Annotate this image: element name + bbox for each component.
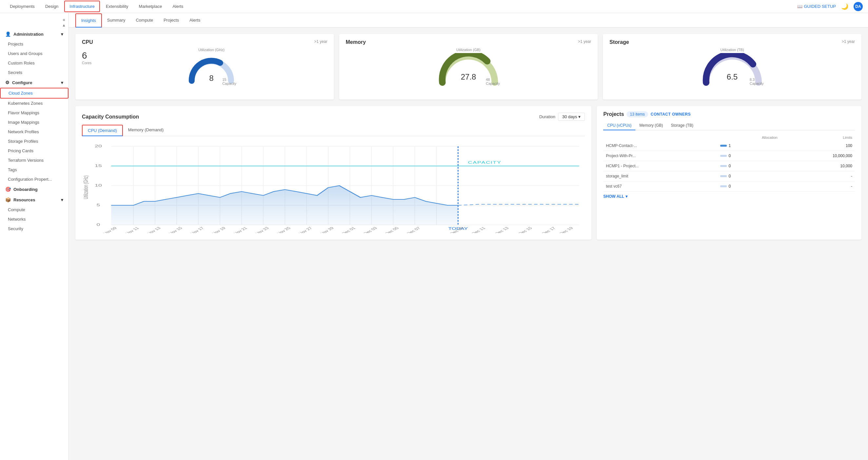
projects-tab-cpu[interactable]: CPU (vCPUs) (603, 121, 636, 130)
sidebar-item-users-and-groups[interactable]: Users and Groups (0, 49, 68, 58)
duration-label: Duration (539, 114, 555, 119)
project-name: storage_limit (606, 174, 628, 178)
table-row: Project-With-Pr... 0 10,000,000 (603, 151, 855, 161)
svg-text:Nov 23: Nov 23 (254, 226, 270, 233)
memory-unit-label: Utilization (GB) (346, 48, 591, 52)
sidebar-section-onboarding[interactable]: 🎯 Onboarding (0, 184, 68, 195)
sidebar-section-resources[interactable]: 📦 Resources ▾ (0, 195, 68, 205)
sidebar-item-projects[interactable]: Projects (0, 39, 68, 49)
svg-text:5: 5 (97, 203, 100, 207)
memory-duration: >1 year (578, 39, 591, 44)
nav-item-design[interactable]: Design (41, 1, 63, 11)
svg-text:Dec 11: Dec 11 (470, 226, 487, 233)
nav-item-alerts[interactable]: Alerts (168, 1, 188, 11)
storage-title: Storage (610, 39, 629, 45)
projects-title: Projects (603, 111, 624, 117)
sidebar-section-administration[interactable]: 👤 Administration ▾ (0, 29, 68, 39)
sidebar-item-flavor-mappings[interactable]: Flavor Mappings (0, 108, 68, 118)
sidebar-item-configuration-properties[interactable]: Configuration Propert... (0, 174, 68, 184)
sidebar-item-networks[interactable]: Networks (0, 215, 68, 224)
sidebar-item-terraform-versions[interactable]: Terraform Versions (0, 156, 68, 165)
storage-duration: >1 year (842, 39, 855, 44)
project-limits: 10,000 (780, 161, 855, 171)
svg-text:Nov 11: Nov 11 (124, 226, 140, 233)
chevron-down-icon-3: ▾ (61, 197, 63, 202)
svg-text:Nov 15: Nov 15 (167, 226, 184, 233)
svg-text:Nov 09: Nov 09 (102, 226, 118, 233)
nav-item-deployments[interactable]: Deployments (5, 1, 39, 11)
chart-area: 20 15 10 5 0 Utilization (GHz) (82, 141, 585, 233)
svg-text:Nov 27: Nov 27 (297, 226, 313, 233)
col-name (603, 134, 717, 141)
memory-current-value: 27.8 (461, 72, 476, 81)
sidebar-section-configure[interactable]: ⚙ Configure ▾ (0, 77, 68, 88)
project-name: HCMP-Contact-... (606, 143, 637, 148)
resources-icon: 📦 (5, 197, 11, 202)
chevron-down-icon: ▾ (61, 32, 63, 37)
project-allocation: 1 (729, 143, 731, 148)
svg-text:Nov 21: Nov 21 (232, 226, 248, 233)
memory-capacity: 48 Capacity (486, 77, 500, 86)
table-row: HCMP-Contact-... 1 100 (603, 141, 855, 151)
project-bar (720, 155, 727, 157)
project-allocation: 0 (729, 174, 731, 178)
cpu-stat-card: CPU >1 year 6 Cores Utilization (GHz) (75, 34, 334, 100)
table-row: test vc67 0 - (603, 182, 855, 192)
content-area: CPU >1 year 6 Cores Utilization (GHz) (69, 28, 868, 246)
sidebar-item-pricing-cards[interactable]: Pricing Cards (0, 146, 68, 156)
show-all-button[interactable]: SHOW ALL ▾ (603, 194, 855, 199)
tab-insights[interactable]: Insights (75, 13, 102, 28)
tab-alerts[interactable]: Alerts (184, 14, 206, 27)
chart-tab-memory[interactable]: Memory (Demand) (123, 125, 169, 136)
duration-selector[interactable]: 30 days ▾ (558, 112, 585, 121)
guided-setup-button[interactable]: 📖 GUIDED SETUP (797, 4, 836, 9)
nav-item-infrastructure[interactable]: Infrastructure (64, 1, 100, 12)
items-badge: 13 items (626, 111, 648, 117)
nav-item-extensibility[interactable]: Extensibility (101, 1, 133, 11)
sidebar-item-security[interactable]: Security (0, 224, 68, 233)
sidebar-item-secrets[interactable]: Secrets (0, 68, 68, 77)
project-name: Project-With-Pr... (606, 154, 636, 158)
sidebar-collapse-icon[interactable]: « (63, 17, 65, 22)
chart-tab-cpu[interactable]: CPU (Demand) (82, 125, 123, 136)
project-limits: - (780, 171, 855, 182)
storage-stat-card: Storage >1 year Utilization (TB) 6.5 (603, 34, 862, 100)
svg-text:Dec 03: Dec 03 (362, 226, 378, 233)
tab-summary[interactable]: Summary (102, 14, 131, 27)
tab-projects[interactable]: Projects (158, 14, 184, 27)
bottom-row: Capacity Consumption Duration 30 days ▾ … (75, 106, 862, 240)
main-content: Insights Summary Compute Projects Alerts… (69, 13, 868, 460)
cpu-duration: >1 year (314, 39, 327, 44)
stats-row: CPU >1 year 6 Cores Utilization (GHz) (75, 34, 862, 100)
theme-toggle[interactable]: 🌙 (841, 3, 848, 10)
project-name: HCMP1 - Project... (606, 164, 639, 168)
svg-text:Dec 01: Dec 01 (340, 226, 356, 233)
project-bar (720, 175, 727, 177)
configure-icon: ⚙ (5, 80, 9, 85)
app-layout: « ▲ 👤 Administration ▾ Projects Users an… (0, 13, 868, 460)
user-avatar[interactable]: DA (854, 2, 863, 11)
svg-text:Dec 15: Dec 15 (517, 226, 533, 233)
svg-text:Dec 19: Dec 19 (558, 226, 574, 233)
nav-item-marketplace[interactable]: Marketplace (134, 1, 167, 11)
sidebar-item-image-mappings[interactable]: Image Mappings (0, 118, 68, 127)
tab-compute[interactable]: Compute (130, 14, 158, 27)
sidebar-item-tags[interactable]: Tags (0, 165, 68, 174)
projects-tab-memory[interactable]: Memory (GB) (636, 121, 667, 130)
sidebar-item-cloud-zones[interactable]: Cloud Zones (0, 88, 68, 99)
svg-text:Nov 17: Nov 17 (189, 226, 205, 233)
top-navigation: Deployments Design Infrastructure Extens… (0, 0, 868, 13)
cpu-current-value: 8 (209, 74, 213, 83)
sidebar-item-kubernetes-zones[interactable]: Kubernetes Zones (0, 99, 68, 108)
sidebar-item-network-profiles[interactable]: Network Profiles (0, 127, 68, 136)
contact-owners-button[interactable]: CONTACT OWNERS (651, 112, 691, 117)
sidebar-up-icon[interactable]: ▲ (62, 23, 66, 28)
sidebar-item-compute[interactable]: Compute (0, 205, 68, 215)
svg-text:CAPACITY: CAPACITY (468, 161, 501, 164)
sidebar-item-custom-roles[interactable]: Custom Roles (0, 58, 68, 68)
projects-tab-storage[interactable]: Storage (TB) (667, 121, 697, 130)
capacity-title: Capacity Consumption (82, 114, 139, 120)
sidebar-item-storage-profiles[interactable]: Storage Profiles (0, 136, 68, 146)
onboarding-icon: 🎯 (5, 187, 11, 192)
storage-current-value: 6.5 (727, 72, 738, 81)
